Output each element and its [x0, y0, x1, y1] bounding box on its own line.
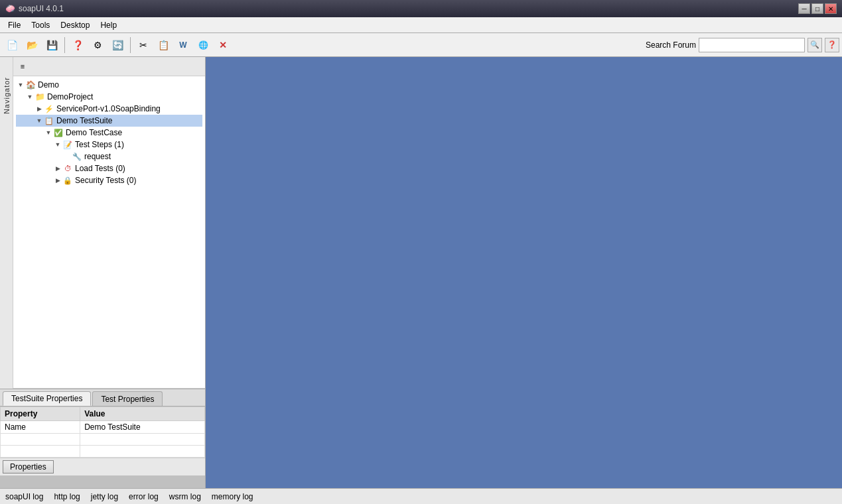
wsdl-button[interactable]: W — [174, 36, 192, 54]
properties-table: Property Value Name Demo TestSuite — [0, 407, 205, 458]
search-go-button[interactable]: 🔍 — [807, 38, 822, 52]
testcase-icon: ✅ — [53, 127, 64, 138]
toggle-securitytests[interactable]: ▶ — [53, 176, 62, 185]
minimize-button[interactable]: ─ — [798, 3, 810, 14]
toolbar: 📄 📂 💾 ❓ ⚙ 🔄 ✂ 📋 W 🌐 ✕ Search Forum 🔍 ❓ — [0, 33, 842, 57]
teststeps-label: Test Steps (1) — [75, 140, 124, 149]
close-button[interactable]: ✕ — [825, 3, 837, 14]
new-button[interactable]: 📄 — [3, 36, 21, 54]
nav-toolbar: ≡ — [13, 57, 205, 76]
tree-node-teststeps[interactable]: ▼ 📝 Test Steps (1) — [16, 139, 202, 151]
separator-2 — [130, 37, 131, 53]
demo-icon: 🏠 — [25, 80, 36, 90]
tree-node-testcase[interactable]: ▼ ✅ Demo TestCase — [16, 127, 202, 139]
tree-node-request[interactable]: ▶ 🔧 request — [16, 151, 202, 162]
search-help-button[interactable]: ❓ — [825, 38, 839, 52]
demoproject-label: DemoProject — [47, 92, 93, 101]
menu-bar: File Tools Desktop Help — [0, 17, 842, 33]
toggle-loadtests[interactable]: ▶ — [53, 164, 62, 173]
status-bar: soapUI log http log jetty log error log … — [0, 488, 842, 504]
refresh-button[interactable]: 🔄 — [108, 36, 127, 54]
props-table-area: Property Value Name Demo TestSuite — [0, 407, 205, 458]
navigator-section: Navigator ≡ ▼ 🏠 Demo — [0, 57, 205, 389]
securitytests-icon: 🔒 — [62, 175, 73, 186]
status-wsrm-log[interactable]: wsrm log — [169, 492, 201, 501]
search-input[interactable] — [699, 38, 805, 52]
tab-testsuite-props[interactable]: TestSuite Properties — [3, 391, 91, 406]
separator-1 — [64, 37, 65, 53]
teststeps-icon: 📝 — [62, 139, 73, 150]
toggle-demo[interactable]: ▼ — [16, 80, 25, 90]
table-row-empty — [1, 434, 205, 446]
demo-label: Demo — [38, 80, 59, 90]
properties-button[interactable]: Properties — [3, 460, 54, 473]
toggle-teststeps[interactable]: ▼ — [53, 140, 62, 149]
toggle-testsuite[interactable]: ▼ — [35, 116, 44, 125]
table-row: Name Demo TestSuite — [1, 421, 205, 434]
title-bar: 🧼 soapUI 4.0.1 ─ □ ✕ — [0, 0, 842, 17]
status-memory-log[interactable]: memory log — [212, 492, 253, 501]
securitytests-label: Security Tests (0) — [75, 176, 136, 185]
app-title-text: soapUI 4.0.1 — [19, 4, 64, 13]
loadtests-icon: ⏱ — [62, 163, 73, 174]
table-row-empty2 — [1, 446, 205, 458]
prop-value: Demo TestSuite — [80, 421, 205, 434]
navigator-label: Navigator — [3, 77, 11, 114]
tab-test-props[interactable]: Test Properties — [92, 391, 163, 406]
testcase-label: Demo TestCase — [66, 128, 122, 137]
toggle-testcase[interactable]: ▼ — [44, 128, 53, 137]
open-button[interactable]: 📂 — [23, 36, 41, 54]
help-button[interactable]: ❓ — [68, 36, 87, 54]
col-value: Value — [80, 407, 205, 421]
col-property: Property — [1, 407, 80, 421]
search-area: Search Forum 🔍 ❓ — [646, 38, 839, 52]
main-content-area — [206, 57, 842, 488]
menu-tools[interactable]: Tools — [26, 19, 55, 32]
prop-name: Name — [1, 421, 80, 434]
menu-desktop[interactable]: Desktop — [55, 19, 95, 32]
cut-button[interactable]: ✂ — [134, 36, 153, 54]
search-label: Search Forum — [646, 40, 696, 50]
menu-help[interactable]: Help — [95, 19, 122, 32]
properties-panel: TestSuite Properties Test Properties Pro… — [0, 389, 205, 488]
servicebinding-label: ServicePort-v1.0SoapBinding — [56, 104, 161, 113]
window-controls: ─ □ ✕ — [798, 3, 837, 14]
request-label: request — [84, 152, 111, 161]
preferences-button[interactable]: ⚙ — [88, 36, 107, 54]
app-title: 🧼 soapUI 4.0.1 — [5, 4, 64, 13]
tree-node-loadtests[interactable]: ▶ ⏱ Load Tests (0) — [16, 162, 202, 174]
binding-icon: ⚡ — [44, 103, 54, 114]
tree-area[interactable]: ▼ 🏠 Demo ▼ 📁 DemoProject ▶ — [13, 76, 205, 389]
loadtests-label: Load Tests (0) — [75, 164, 125, 173]
tree-node-demoproject[interactable]: ▼ 📁 DemoProject — [16, 91, 202, 103]
props-footer: Properties — [0, 458, 205, 475]
workspace-area — [206, 57, 842, 488]
copy-button[interactable]: 📋 — [154, 36, 173, 54]
status-http-log[interactable]: http log — [54, 492, 80, 501]
left-panel: Navigator ≡ ▼ 🏠 Demo — [0, 57, 206, 488]
tree-node-servicebinding[interactable]: ▶ ⚡ ServicePort-v1.0SoapBinding — [16, 103, 202, 115]
project-icon: 📁 — [35, 92, 45, 102]
app-icon: 🧼 — [5, 4, 15, 13]
tree-node-testsuite[interactable]: ▼ 📋 Demo TestSuite — [16, 115, 202, 127]
maximize-button[interactable]: □ — [811, 3, 823, 14]
testsuite-label: Demo TestSuite — [56, 116, 113, 125]
main-layout: Navigator ≡ ▼ 🏠 Demo — [0, 57, 842, 488]
toggle-demoproject[interactable]: ▼ — [25, 92, 35, 101]
save-button[interactable]: 💾 — [42, 36, 61, 54]
testsuite-icon: 📋 — [44, 115, 54, 126]
toggle-servicebinding[interactable]: ▶ — [35, 104, 44, 113]
nav-content: ≡ ▼ 🏠 Demo ▼ 📁 DemoProjec — [13, 57, 205, 389]
status-jetty-log[interactable]: jetty log — [91, 492, 118, 501]
nav-expand-button[interactable]: ≡ — [15, 59, 30, 74]
tabs-row: TestSuite Properties Test Properties — [0, 389, 205, 407]
menu-file[interactable]: File — [3, 19, 26, 32]
tree-node-demo[interactable]: ▼ 🏠 Demo — [16, 79, 202, 91]
nav-sidebar: Navigator — [0, 57, 13, 389]
request-icon: 🔧 — [72, 151, 82, 162]
status-soapui-log[interactable]: soapUI log — [5, 492, 43, 501]
status-error-log[interactable]: error log — [129, 492, 159, 501]
monitor-button[interactable]: 🌐 — [194, 36, 212, 54]
close-all-button[interactable]: ✕ — [214, 36, 232, 54]
tree-node-securitytests[interactable]: ▶ 🔒 Security Tests (0) — [16, 174, 202, 186]
